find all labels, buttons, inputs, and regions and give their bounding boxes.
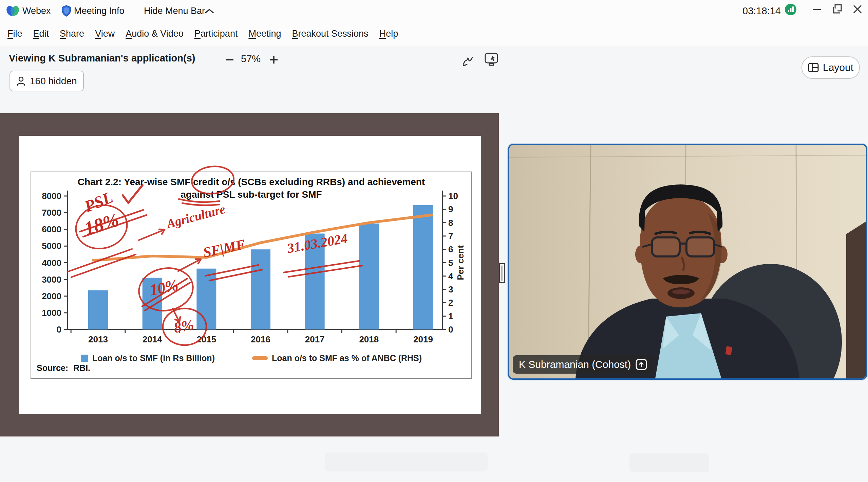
menu-item-participant[interactable]: Participant <box>194 29 238 39</box>
legend-swatch-line <box>252 356 268 360</box>
svg-text:8: 8 <box>448 218 453 228</box>
viewing-status-label: Viewing K Subramanian's application(s) <box>9 53 195 64</box>
sharing-indicator-icon <box>636 359 647 370</box>
legend-swatch-bar <box>81 355 88 362</box>
meeting-info-icon <box>62 5 71 17</box>
svg-text:0: 0 <box>57 324 61 335</box>
chevron-up-icon[interactable] <box>204 8 214 14</box>
svg-text:2018: 2018 <box>359 334 379 344</box>
hidden-participants-count: 160 hidden <box>30 76 77 87</box>
svg-text:2017: 2017 <box>305 334 325 344</box>
menu-item-breakout-sessions[interactable]: Breakout Sessions <box>292 29 368 39</box>
svg-text:8000: 8000 <box>42 191 61 201</box>
svg-text:1: 1 <box>448 311 453 321</box>
svg-text:5000: 5000 <box>42 241 61 251</box>
svg-text:2015: 2015 <box>196 334 216 344</box>
svg-text:6000: 6000 <box>42 224 61 234</box>
svg-text:7: 7 <box>448 231 453 241</box>
menu-item-file[interactable]: File <box>7 29 22 39</box>
chart-source: Source: RBI. <box>37 363 90 373</box>
meeting-clock: 03:18:14 <box>742 0 781 22</box>
menu-bar: FileEditShareViewAudio & VideoParticipan… <box>7 22 398 46</box>
smf-bar-line-chart: 0100020003000400050006000700080000123456… <box>31 172 471 378</box>
svg-text:7000: 7000 <box>42 208 61 218</box>
zoom-out-button[interactable] <box>224 54 235 66</box>
remote-control-icon[interactable] <box>483 52 499 68</box>
svg-text:4: 4 <box>448 271 453 281</box>
hidden-participants-badge[interactable]: 160 hidden <box>10 71 84 91</box>
panel-resize-handle[interactable] <box>499 263 505 283</box>
svg-text:4000: 4000 <box>42 258 61 268</box>
svg-text:1000: 1000 <box>42 308 61 318</box>
svg-text:9: 9 <box>448 204 453 214</box>
person-icon <box>16 76 26 86</box>
hide-menu-bar-button[interactable]: Hide Menu Bar <box>144 0 205 22</box>
menu-item-share[interactable]: Share <box>60 29 84 39</box>
svg-text:3: 3 <box>448 284 453 294</box>
svg-text:10: 10 <box>448 191 458 201</box>
faded-toolbar-ghost <box>629 453 709 472</box>
view-control-bar: Viewing K Subramanian's application(s) 5… <box>0 46 868 72</box>
connection-quality-icon[interactable] <box>785 3 797 16</box>
legend-item-bars: Loan o/s to SMF (in Rs Billion) <box>81 353 215 363</box>
minimize-button[interactable] <box>812 4 822 14</box>
zoom-in-button[interactable] <box>268 54 280 66</box>
participant-name-label: K Subramanian (Cohost) <box>513 355 653 374</box>
layout-button[interactable]: Layout <box>801 56 860 79</box>
menu-item-view[interactable]: View <box>95 29 115 39</box>
svg-text:2019: 2019 <box>413 334 433 344</box>
meeting-info-button[interactable]: Meeting Info <box>74 0 125 22</box>
close-window-button[interactable] <box>852 4 863 14</box>
svg-text:2016: 2016 <box>251 334 270 344</box>
annotate-icon[interactable] <box>461 53 476 68</box>
svg-text:2013: 2013 <box>88 334 108 344</box>
faded-toolbar-ghost <box>325 452 488 471</box>
legend-label-line: Loan o/s to SMF as % of ANBC (RHS) <box>272 353 422 363</box>
svg-text:5: 5 <box>448 258 453 268</box>
restore-window-button[interactable] <box>832 3 843 14</box>
title-bar: Webex Meeting Info Hide Menu Bar 03:18:1… <box>0 0 868 22</box>
zoom-level-value: 57% <box>241 53 261 65</box>
svg-text:3000: 3000 <box>42 274 61 285</box>
smf-chart-box: Chart 2.2: Year-wise SMF credit o/s (SCB… <box>31 172 472 379</box>
svg-text:2014: 2014 <box>143 334 162 344</box>
chart-legend: Loan o/s to SMF (in Rs Billion) Loan o/s… <box>31 353 471 363</box>
legend-item-line: Loan o/s to SMF as % of ANBC (RHS) <box>252 353 422 363</box>
layout-grid-icon <box>808 63 819 72</box>
shared-document-page: Chart 2.2: Year-wise SMF credit o/s (SCB… <box>19 136 481 414</box>
shared-screen-region: Chart 2.2: Year-wise SMF credit o/s (SCB… <box>0 113 499 436</box>
svg-text:6: 6 <box>448 244 453 254</box>
participant-video <box>509 145 866 378</box>
app-name: Webex <box>22 0 51 22</box>
svg-text:Per cent: Per cent <box>455 245 466 280</box>
menu-item-help[interactable]: Help <box>379 29 398 39</box>
menu-item-edit[interactable]: Edit <box>33 29 49 39</box>
participant-name: K Subramanian (Cohost) <box>519 359 631 370</box>
svg-text:2000: 2000 <box>42 291 61 301</box>
menu-item-audio-video[interactable]: Audio & Video <box>126 29 184 39</box>
participant-video-tile[interactable]: K Subramanian (Cohost) <box>508 144 867 380</box>
menu-item-meeting[interactable]: Meeting <box>248 29 281 39</box>
legend-label-bar: Loan o/s to SMF (in Rs Billion) <box>92 353 215 363</box>
layout-button-label: Layout <box>823 62 853 73</box>
webex-logo <box>5 4 20 17</box>
svg-text:2: 2 <box>448 298 453 308</box>
svg-text:0: 0 <box>448 324 453 335</box>
